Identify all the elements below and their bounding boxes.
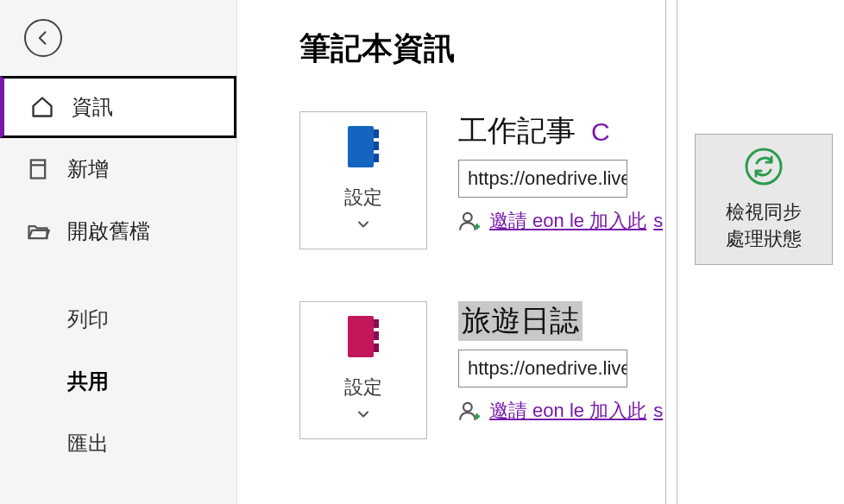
notebook-title: 工作記事 <box>458 111 576 151</box>
notebook-icon <box>344 124 382 169</box>
back-button[interactable] <box>24 19 62 57</box>
new-page-icon <box>24 155 52 183</box>
svg-rect-10 <box>374 319 379 328</box>
svg-rect-5 <box>374 154 379 162</box>
settings-label: 設定 <box>344 375 382 400</box>
settings-label: 設定 <box>344 185 382 211</box>
notebook-url-field[interactable]: https://onedrive.live.com <box>458 160 627 198</box>
invite-text: 邀請 eon le 加入此 <box>489 208 646 234</box>
svg-rect-4 <box>374 142 379 150</box>
invite-text: 邀請 eon le 加入此 <box>489 398 646 424</box>
svg-rect-0 <box>31 161 45 179</box>
sync-label-line1: 檢視同步 <box>726 199 802 226</box>
notebook-url-field[interactable]: https://onedrive.live.com <box>458 350 627 387</box>
notebook-settings-button[interactable]: 設定 <box>299 301 427 439</box>
arrow-left-icon <box>35 29 52 47</box>
view-sync-status-button[interactable]: 檢視同步 處理狀態 <box>695 134 833 265</box>
nav-label: 共用 <box>67 368 109 395</box>
backstage-sidebar: 資訊 新增 開啟舊檔 列印 共用 匯出 <box>0 0 237 504</box>
notebook-row: 設定 旅遊日誌 https://onedrive.live.com 邀請 eon… <box>299 301 844 439</box>
invite-link[interactable]: 邀請 eon le 加入此 s <box>458 398 844 424</box>
nav-item-info[interactable]: 資訊 <box>0 76 236 138</box>
person-add-icon <box>458 210 481 232</box>
notebook-icon <box>344 314 382 359</box>
person-add-icon <box>458 400 481 422</box>
svg-rect-11 <box>374 331 379 340</box>
folder-open-icon <box>24 217 52 245</box>
nav-label: 開啟舊檔 <box>67 217 150 245</box>
svg-rect-2 <box>348 126 374 167</box>
home-icon <box>28 93 56 121</box>
notebook-title: 旅遊日誌 <box>458 301 583 341</box>
nav-item-share[interactable]: 共用 <box>0 350 236 413</box>
main-content: 筆記本資訊 設定 工作記事 C https://onedrive.live.co… <box>237 0 844 504</box>
svg-point-13 <box>463 403 472 412</box>
nav-item-export[interactable]: 匯出 <box>0 413 236 475</box>
svg-rect-9 <box>348 316 374 357</box>
notebook-url-text: https://onedrive.live.com <box>468 357 627 380</box>
notebook-settings-button[interactable]: 設定 <box>299 111 427 249</box>
nav-item-new[interactable]: 新增 <box>0 138 236 200</box>
nav-item-print[interactable]: 列印 <box>0 288 236 350</box>
sync-label-line2: 處理狀態 <box>726 226 802 253</box>
notebook-extra-text: C <box>591 117 610 147</box>
nav-item-open[interactable]: 開啟舊檔 <box>0 200 236 262</box>
nav-label: 列印 <box>67 306 109 333</box>
svg-rect-12 <box>374 343 379 352</box>
nav-label: 資訊 <box>72 93 113 121</box>
svg-point-6 <box>463 213 472 222</box>
svg-rect-3 <box>374 129 379 138</box>
sync-icon <box>743 146 784 187</box>
nav-label: 新增 <box>67 155 109 183</box>
notebook-url-text: https://onedrive.live.com <box>468 167 627 190</box>
svg-point-16 <box>746 149 781 184</box>
nav-label: 匯出 <box>67 430 109 457</box>
chevron-down-icon <box>355 216 372 236</box>
chevron-down-icon <box>355 406 372 426</box>
page-title: 筆記本資訊 <box>299 28 844 70</box>
